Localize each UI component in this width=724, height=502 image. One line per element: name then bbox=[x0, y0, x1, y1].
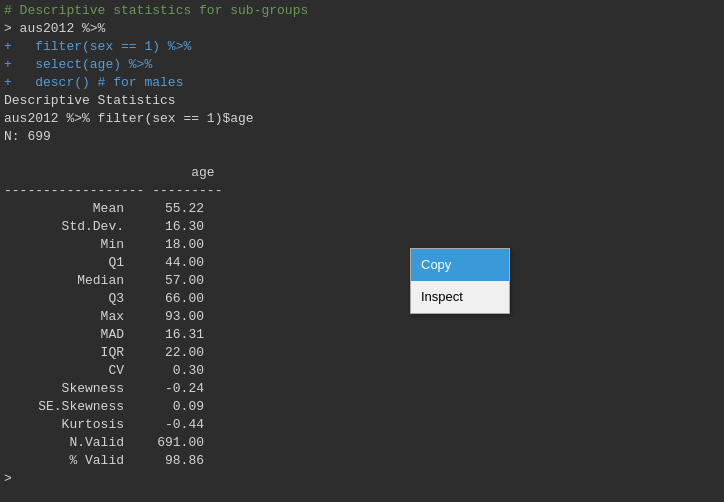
context-menu-copy[interactable]: Copy bbox=[411, 249, 509, 281]
terminal-line-8 bbox=[4, 146, 720, 164]
stat-value-Median: 57.00 bbox=[124, 272, 204, 290]
terminal-line-20: CV0.30 bbox=[4, 362, 720, 380]
stat-label-IQR: IQR bbox=[4, 344, 124, 362]
terminal-line-11: Mean55.22 bbox=[4, 200, 720, 218]
terminal-line-0: # Descriptive statistics for sub-groups bbox=[4, 2, 720, 20]
terminal-line-3: + select(age) %>% bbox=[4, 56, 720, 74]
terminal-line-13: Min18.00 bbox=[4, 236, 720, 254]
stat-label-Q: Q1 bbox=[4, 254, 124, 272]
stat-value-Q: 44.00 bbox=[124, 254, 204, 272]
terminal-line-17: Max93.00 bbox=[4, 308, 720, 326]
context-menu[interactable]: Copy Inspect bbox=[410, 248, 510, 314]
stat-label-Median: Median bbox=[4, 272, 124, 290]
stat-label-Min: Min bbox=[4, 236, 124, 254]
stat-label-Kurtosis: Kurtosis bbox=[4, 416, 124, 434]
stat-label-NValid: N.Valid bbox=[4, 434, 124, 452]
terminal-line-14: Q144.00 bbox=[4, 254, 720, 272]
stat-value-NValid: 691.00 bbox=[124, 434, 204, 452]
stat-label-Mean: Mean bbox=[4, 200, 124, 218]
terminal-line-6: aus2012 %>% filter(sex == 1)$age bbox=[4, 110, 720, 128]
stat-value-CV: 0.30 bbox=[124, 362, 204, 380]
stat-label-Skewness: Skewness bbox=[4, 380, 124, 398]
terminal-line-10: ------------------ --------- bbox=[4, 182, 720, 200]
stat-value-Min: 18.00 bbox=[124, 236, 204, 254]
stat-value-IQR: 22.00 bbox=[124, 344, 204, 362]
terminal-line-22: SE.Skewness0.09 bbox=[4, 398, 720, 416]
terminal-line-18: MAD16.31 bbox=[4, 326, 720, 344]
stat-label-SESkewness: SE.Skewness bbox=[4, 398, 124, 416]
stat-label-MAD: MAD bbox=[4, 326, 124, 344]
terminal-line-16: Q366.00 bbox=[4, 290, 720, 308]
stat-value-Skewness: -0.24 bbox=[124, 380, 204, 398]
terminal-line-1: > aus2012 %>% bbox=[4, 20, 720, 38]
stat-label-Q: Q3 bbox=[4, 290, 124, 308]
terminal-line-4: + descr() # for males bbox=[4, 74, 720, 92]
stat-value-StdDev: 16.30 bbox=[124, 218, 204, 236]
stat-label-CV: CV bbox=[4, 362, 124, 380]
terminal-line-23: Kurtosis-0.44 bbox=[4, 416, 720, 434]
stat-value-SESkewness: 0.09 bbox=[124, 398, 204, 416]
stat-value-Valid: 98.86 bbox=[124, 452, 204, 470]
terminal-line-9: age bbox=[4, 164, 720, 182]
terminal-line-7: N: 699 bbox=[4, 128, 720, 146]
stat-value-Q: 66.00 bbox=[124, 290, 204, 308]
stat-value-MAD: 16.31 bbox=[124, 326, 204, 344]
stat-value-Kurtosis: -0.44 bbox=[124, 416, 204, 434]
terminal-line-5: Descriptive Statistics bbox=[4, 92, 720, 110]
terminal-line-21: Skewness-0.24 bbox=[4, 380, 720, 398]
stat-label-Valid: % Valid bbox=[4, 452, 124, 470]
terminal-cursor: > bbox=[4, 470, 720, 488]
stat-value-Max: 93.00 bbox=[124, 308, 204, 326]
terminal-line-15: Median57.00 bbox=[4, 272, 720, 290]
terminal-line-12: Std.Dev.16.30 bbox=[4, 218, 720, 236]
terminal-line-19: IQR22.00 bbox=[4, 344, 720, 362]
terminal-line-2: + filter(sex == 1) %>% bbox=[4, 38, 720, 56]
terminal: # Descriptive statistics for sub-groups>… bbox=[0, 0, 724, 502]
context-menu-inspect[interactable]: Inspect bbox=[411, 281, 509, 313]
stat-label-Max: Max bbox=[4, 308, 124, 326]
terminal-line-24: N.Valid691.00 bbox=[4, 434, 720, 452]
stat-value-Mean: 55.22 bbox=[124, 200, 204, 218]
stat-label-StdDev: Std.Dev. bbox=[4, 218, 124, 236]
terminal-line-25: % Valid98.86 bbox=[4, 452, 720, 470]
